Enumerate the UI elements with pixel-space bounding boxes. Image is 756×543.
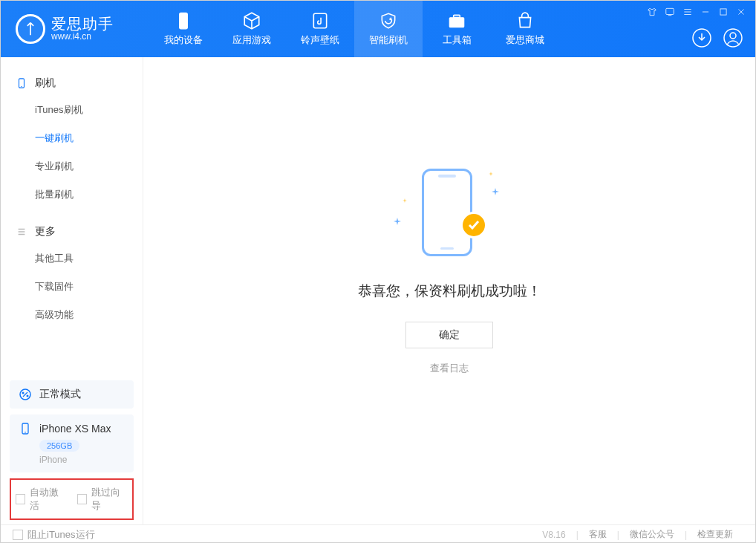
tab-ringtone-wallpaper[interactable]: 铃声壁纸 xyxy=(286,1,354,57)
tab-label: 铃声壁纸 xyxy=(301,33,339,47)
sparkle-icon xyxy=(492,185,499,192)
app-url: www.i4.cn xyxy=(51,32,114,42)
skip-guide-checkbox[interactable]: 跳过向导 xyxy=(77,486,128,513)
window-controls xyxy=(647,7,746,17)
phone-illustration-icon xyxy=(422,169,472,256)
version-label: V8.16 xyxy=(532,530,576,540)
sidebar-item-itunes-flash[interactable]: iTunes刷机 xyxy=(1,96,143,124)
phone-outline-icon xyxy=(19,422,32,435)
wechat-link[interactable]: 微信公众号 xyxy=(619,528,685,541)
checkbox-label: 自动激活 xyxy=(30,486,66,513)
tab-label: 我的设备 xyxy=(164,33,203,47)
tab-label: 爱思商城 xyxy=(506,33,544,47)
device-type: iPhone xyxy=(39,455,125,465)
support-link[interactable]: 客服 xyxy=(579,528,617,541)
user-icon[interactable] xyxy=(723,27,743,48)
svg-point-13 xyxy=(27,395,29,397)
app-header: 爱思助手 www.i4.cn 我的设备 应用游戏 铃声壁纸 智能刷机 工具箱 爱… xyxy=(1,1,755,57)
sidebar-item-batch-flash[interactable]: 批量刷机 xyxy=(1,181,143,209)
block-itunes-checkbox[interactable]: 阻止iTunes运行 xyxy=(13,528,95,542)
music-note-icon xyxy=(310,11,330,30)
list-icon xyxy=(16,226,27,238)
sparkle-icon xyxy=(403,192,407,197)
tab-my-device[interactable]: 我的设备 xyxy=(149,1,218,57)
sidebar-group-flash: 刷机 xyxy=(1,71,143,96)
logo: 爱思助手 www.i4.cn xyxy=(1,14,149,44)
checkbox-icon xyxy=(16,494,25,504)
checkbox-icon xyxy=(13,530,23,540)
svg-rect-5 xyxy=(720,9,726,15)
maximize-icon[interactable] xyxy=(718,7,729,17)
svg-point-10 xyxy=(21,86,22,87)
check-badge-icon xyxy=(460,212,487,238)
ok-button[interactable]: 确定 xyxy=(405,322,493,348)
shopping-bag-icon xyxy=(515,11,535,30)
device-name: iPhone XS Max xyxy=(39,423,111,435)
svg-rect-3 xyxy=(454,15,460,17)
mode-icon xyxy=(19,388,32,401)
group-title: 更多 xyxy=(35,225,56,238)
refresh-shield-icon xyxy=(379,11,398,30)
svg-point-15 xyxy=(25,432,26,433)
sidebar-item-other-tools[interactable]: 其他工具 xyxy=(1,244,143,273)
auto-activate-checkbox[interactable]: 自动激活 xyxy=(16,486,67,513)
view-log-link[interactable]: 查看日志 xyxy=(430,362,469,375)
status-bar: 阻止iTunes运行 V8.16 | 客服 | 微信公众号 | 检查更新 xyxy=(1,524,755,543)
tab-label: 工具箱 xyxy=(443,33,472,47)
svg-rect-2 xyxy=(449,18,464,27)
tab-store[interactable]: 爱思商城 xyxy=(491,1,559,57)
device-info[interactable]: iPhone XS Max 256GB iPhone xyxy=(10,414,134,472)
sparkle-icon xyxy=(489,166,493,170)
tab-label: 应用游戏 xyxy=(232,33,271,47)
download-icon[interactable] xyxy=(691,27,712,48)
device-icon xyxy=(16,77,27,89)
main-tabs: 我的设备 应用游戏 铃声壁纸 智能刷机 工具箱 爱思商城 xyxy=(149,1,559,57)
menu-icon[interactable] xyxy=(682,7,693,17)
check-update-link[interactable]: 检查更新 xyxy=(687,528,743,541)
app-logo-icon xyxy=(16,14,45,44)
tshirt-icon[interactable] xyxy=(647,7,657,17)
svg-point-7 xyxy=(724,29,742,47)
sparkle-icon xyxy=(394,215,401,222)
checkbox-label: 跳过向导 xyxy=(91,486,128,513)
storage-badge: 256GB xyxy=(39,440,79,452)
mode-label: 正常模式 xyxy=(39,388,81,401)
checkbox-icon xyxy=(77,494,87,504)
success-illustration xyxy=(394,163,505,259)
toolbox-icon xyxy=(447,11,466,30)
tab-smart-flash[interactable]: 智能刷机 xyxy=(354,1,423,57)
main-content: 恭喜您，保资料刷机成功啦！ 确定 查看日志 xyxy=(143,57,755,524)
header-actions xyxy=(691,27,743,48)
flash-options-highlight: 自动激活 跳过向导 xyxy=(10,478,134,520)
sidebar-group-more: 更多 xyxy=(1,219,143,244)
app-name: 爱思助手 xyxy=(51,16,114,32)
mode-indicator[interactable]: 正常模式 xyxy=(10,380,134,409)
sidebar-item-pro-flash[interactable]: 专业刷机 xyxy=(1,152,143,181)
tab-apps-games[interactable]: 应用游戏 xyxy=(218,1,286,57)
tab-toolbox[interactable]: 工具箱 xyxy=(423,1,491,57)
svg-point-8 xyxy=(730,33,736,39)
svg-point-12 xyxy=(22,392,25,394)
svg-rect-4 xyxy=(666,8,674,14)
sidebar-item-onekey-flash[interactable]: 一键刷机 xyxy=(1,124,143,152)
phone-icon xyxy=(174,11,193,30)
minimize-icon[interactable] xyxy=(700,7,711,17)
checkbox-label: 阻止iTunes运行 xyxy=(27,528,95,542)
sidebar-item-advanced[interactable]: 高级功能 xyxy=(1,301,143,329)
sidebar: 刷机 iTunes刷机 一键刷机 专业刷机 批量刷机 更多 其他工具 下载固件 … xyxy=(1,57,143,524)
svg-rect-0 xyxy=(180,13,188,29)
feedback-icon[interactable] xyxy=(665,7,675,17)
sidebar-item-download-firmware[interactable]: 下载固件 xyxy=(1,273,143,301)
cube-icon xyxy=(242,11,261,30)
group-title: 刷机 xyxy=(35,77,56,90)
tab-label: 智能刷机 xyxy=(369,33,408,47)
close-icon[interactable] xyxy=(736,7,746,17)
success-message: 恭喜您，保资料刷机成功啦！ xyxy=(358,282,541,301)
svg-rect-1 xyxy=(313,13,326,28)
